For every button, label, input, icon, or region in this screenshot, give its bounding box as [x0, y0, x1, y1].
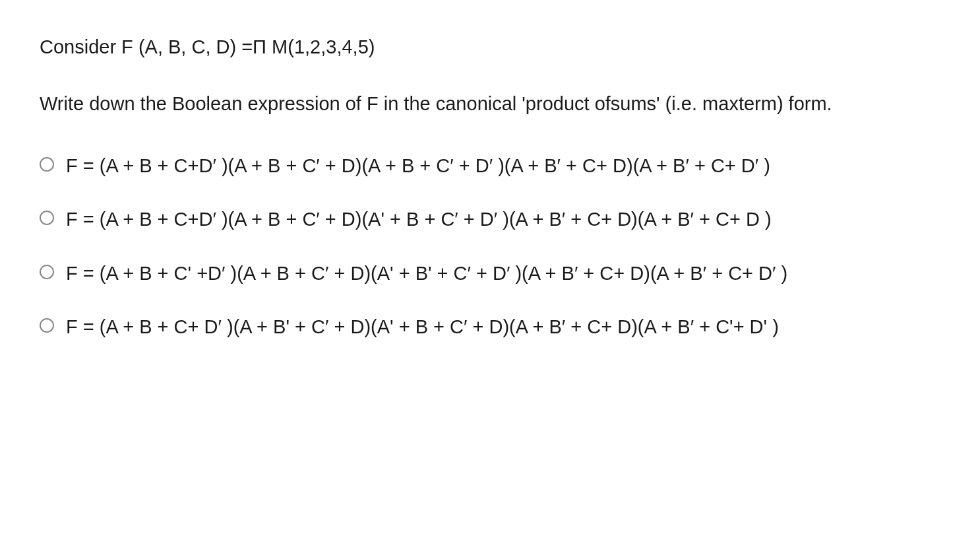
- option-1[interactable]: F = (A + B + C+D′ )(A + B + C′ + D)(A + …: [40, 152, 940, 181]
- option-3[interactable]: F = (A + B + C' +D′ )(A + B + C′ + D)(A'…: [40, 259, 940, 288]
- option-text: F = (A + B + C' +D′ )(A + B + C′ + D)(A'…: [66, 259, 787, 288]
- question-prompt: Write down the Boolean expression of F i…: [40, 88, 940, 119]
- radio-icon[interactable]: [40, 265, 54, 279]
- option-text: F = (A + B + C+ D′ )(A + B' + C′ + D)(A'…: [66, 313, 779, 342]
- option-4[interactable]: F = (A + B + C+ D′ )(A + B' + C′ + D)(A'…: [40, 313, 940, 342]
- radio-icon[interactable]: [40, 157, 54, 172]
- radio-icon[interactable]: [40, 318, 54, 333]
- option-text: F = (A + B + C+D′ )(A + B + C′ + D)(A' +…: [66, 205, 772, 234]
- option-2[interactable]: F = (A + B + C+D′ )(A + B + C′ + D)(A' +…: [40, 205, 940, 234]
- option-text: F = (A + B + C+D′ )(A + B + C′ + D)(A + …: [66, 152, 770, 181]
- options-list: F = (A + B + C+D′ )(A + B + C′ + D)(A + …: [40, 152, 940, 342]
- radio-icon[interactable]: [40, 211, 54, 225]
- question-stem: Consider F (A, B, C, D) =Π M(1,2,3,4,5): [40, 33, 940, 62]
